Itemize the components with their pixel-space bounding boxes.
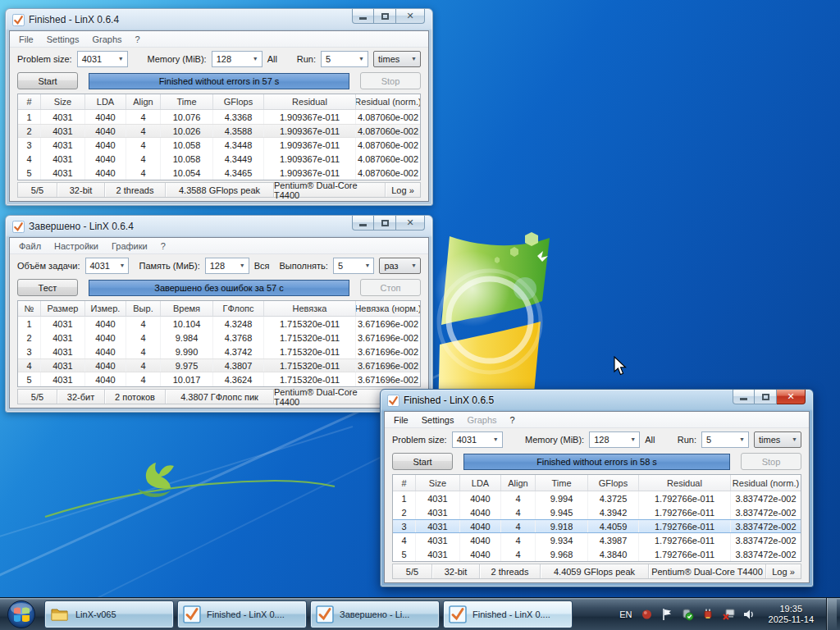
table-row[interactable]: 44031404049.9754.38071.715320e-0113.6716… <box>18 358 420 372</box>
maximize-button[interactable] <box>374 216 396 231</box>
close-button[interactable]: ✕ <box>396 216 425 231</box>
table-row[interactable]: 140314040410.1044.32481.715320e-0113.671… <box>18 317 420 331</box>
taskbar-clock[interactable]: 19:35 2025-11-14 <box>764 604 819 625</box>
minimize-button[interactable] <box>733 390 755 404</box>
run-unit-combobox[interactable]: times▼ <box>754 431 801 448</box>
start-button-orb[interactable] <box>0 598 43 630</box>
menu-item[interactable]: Файл <box>12 240 48 253</box>
table-row[interactable]: 34031404049.9184.40591.792766e-0113.8374… <box>393 519 801 533</box>
run-unit-combobox[interactable]: times▼ <box>373 51 421 67</box>
table-row[interactable]: 440314040410.0584.34491.909367e-0114.087… <box>18 152 420 166</box>
table-cell: 4 <box>126 138 161 152</box>
table-row[interactable]: 54031404049.9684.38401.792766e-0113.8374… <box>393 547 801 561</box>
column-header[interactable]: GFlops <box>588 475 639 491</box>
column-header[interactable]: Residual (norm.) <box>731 475 801 491</box>
column-header[interactable]: Измер. <box>85 301 126 316</box>
column-header[interactable]: Размер <box>41 301 85 316</box>
table-cell: 9.968 <box>536 547 588 561</box>
table-row[interactable]: 44031404049.9344.39871.792766e-0113.8374… <box>393 533 801 547</box>
column-header[interactable]: # <box>18 94 41 109</box>
window-titlebar[interactable]: Finished - LinX 0.6.5 ✕ <box>381 390 813 411</box>
menu-item[interactable]: Graphs <box>460 413 503 427</box>
app-red-icon[interactable] <box>640 607 654 621</box>
taskbar-button[interactable]: Завершено - Li... <box>310 600 440 628</box>
taskbar-button[interactable]: LinX-v065 <box>44 600 174 628</box>
column-header[interactable]: Невязка <box>264 301 356 316</box>
stop-button[interactable]: Стоп <box>360 279 421 296</box>
problem-size-combobox[interactable]: 4031▼ <box>85 258 130 274</box>
column-header[interactable]: Size <box>41 94 85 109</box>
menu-item[interactable]: File <box>12 33 40 46</box>
column-header[interactable]: Time <box>161 94 213 109</box>
column-header[interactable]: Residual <box>264 94 356 109</box>
table-row[interactable]: 540314040410.0174.36241.715320e-0113.671… <box>18 372 420 386</box>
log-button[interactable]: Log » <box>386 183 420 197</box>
menu-item[interactable]: ? <box>154 240 172 253</box>
menu-item[interactable]: Settings <box>415 413 461 427</box>
column-header[interactable]: Align <box>126 94 161 109</box>
close-button[interactable]: ✕ <box>777 390 806 404</box>
menu-item[interactable]: ? <box>504 413 522 427</box>
run-combobox[interactable]: 5▼ <box>701 431 749 448</box>
run-unit-combobox[interactable]: раз▼ <box>379 258 421 274</box>
column-header[interactable]: Время <box>161 301 213 316</box>
table-row[interactable]: 240314040410.0264.35881.909367e-0114.087… <box>18 124 420 138</box>
table-row[interactable]: 540314040410.0544.34651.909367e-0114.087… <box>18 166 420 180</box>
column-header[interactable]: Residual (norm.) <box>356 94 420 109</box>
log-button[interactable]: Log » <box>766 564 801 578</box>
problem-size-combobox[interactable]: 4031▼ <box>452 431 503 448</box>
close-button[interactable]: ✕ <box>396 9 425 24</box>
menu-item[interactable]: File <box>387 413 415 427</box>
usb-safely-remove-icon[interactable] <box>681 607 695 621</box>
memory-combobox[interactable]: 128▼ <box>589 431 640 448</box>
memory-combobox[interactable]: 128▼ <box>212 51 262 67</box>
table-row[interactable]: 340314040410.0584.34481.909367e-0114.087… <box>18 138 420 152</box>
column-header[interactable]: # <box>393 475 416 491</box>
minimize-button[interactable] <box>352 216 374 231</box>
menu-item[interactable]: ? <box>129 33 147 46</box>
table-row[interactable]: 14031404049.9944.37251.792766e-0113.8374… <box>393 491 801 505</box>
column-header[interactable]: LDA <box>85 94 126 109</box>
table-row[interactable]: 24031404049.9454.39421.792766e-0113.8374… <box>393 505 801 519</box>
menu-item[interactable]: Settings <box>40 33 86 46</box>
maximize-button[interactable] <box>755 390 777 404</box>
maximize-button[interactable] <box>374 9 396 24</box>
column-header[interactable]: Time <box>536 475 588 491</box>
column-header[interactable]: № <box>18 301 41 316</box>
taskbar-button[interactable]: Finished - LinX 0.... <box>177 600 307 628</box>
menu-item[interactable]: Графики <box>105 240 154 253</box>
column-header[interactable]: LDA <box>460 475 501 491</box>
start-button[interactable]: Start <box>392 453 453 470</box>
window-titlebar[interactable]: Завершено - LinX 0.6.4 ✕ <box>6 216 432 237</box>
chevron-down-icon: ▼ <box>490 432 502 447</box>
network-disconnected-icon[interactable] <box>722 607 736 621</box>
table-row[interactable]: 34031404049.9904.37421.715320e-0113.6716… <box>18 345 420 358</box>
taskbar-button[interactable]: Finished - LinX 0.... <box>443 600 573 628</box>
show-desktop-button[interactable] <box>826 598 837 630</box>
window-titlebar[interactable]: Finished - LinX 0.6.4 ✕ <box>6 9 432 30</box>
problem-size-combobox[interactable]: 4031▼ <box>77 51 128 67</box>
run-combobox[interactable]: 5▼ <box>333 258 375 274</box>
column-header[interactable]: Residual <box>639 475 731 491</box>
column-header[interactable]: ГФлопс <box>213 301 264 316</box>
column-header[interactable]: GFlops <box>213 94 264 109</box>
column-header[interactable]: Невязка (норм.) <box>356 301 420 316</box>
column-header[interactable]: Выр. <box>126 301 161 316</box>
minimize-button[interactable] <box>352 9 374 24</box>
power-plug-icon[interactable] <box>701 607 715 621</box>
start-button[interactable]: Start <box>17 72 78 89</box>
column-header[interactable]: Size <box>416 475 460 491</box>
action-center-flag-icon[interactable] <box>660 607 674 621</box>
language-indicator[interactable]: EN <box>619 609 632 619</box>
table-row[interactable]: 24031404049.9844.37681.715320e-0113.6716… <box>18 331 420 345</box>
start-button[interactable]: Тест <box>17 279 78 296</box>
memory-combobox[interactable]: 128▼ <box>205 258 249 274</box>
menu-item[interactable]: Настройки <box>48 240 105 253</box>
stop-button[interactable]: Stop <box>741 453 801 470</box>
table-row[interactable]: 140314040410.0764.33681.909367e-0114.087… <box>18 110 420 124</box>
volume-icon[interactable] <box>742 607 756 621</box>
run-combobox[interactable]: 5▼ <box>321 51 368 67</box>
menu-item[interactable]: Graphs <box>85 33 128 46</box>
column-header[interactable]: Align <box>501 475 536 491</box>
stop-button[interactable]: Stop <box>360 72 421 89</box>
